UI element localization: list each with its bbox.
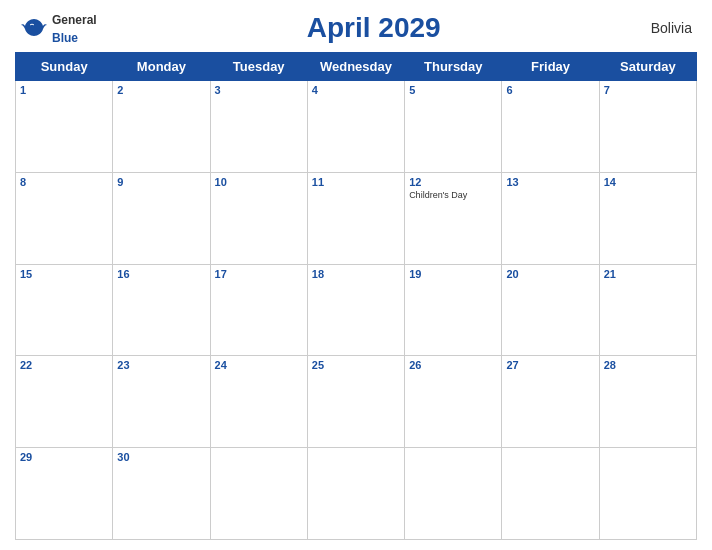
- calendar-cell: [599, 448, 696, 540]
- page-title: April 2029: [307, 12, 441, 44]
- calendar-cell: [307, 448, 404, 540]
- page-header: General Blue April 2029 Bolivia: [15, 10, 697, 46]
- weekday-header-sunday: Sunday: [16, 53, 113, 81]
- day-number: 9: [117, 176, 205, 188]
- calendar-week-5: 2930: [16, 448, 697, 540]
- day-number: 28: [604, 359, 692, 371]
- day-number: 1: [20, 84, 108, 96]
- calendar-cell: 16: [113, 264, 210, 356]
- calendar-cell: 4: [307, 81, 404, 173]
- day-number: 22: [20, 359, 108, 371]
- calendar-cell: 19: [405, 264, 502, 356]
- calendar-cell: 3: [210, 81, 307, 173]
- day-number: 19: [409, 268, 497, 280]
- weekday-header-saturday: Saturday: [599, 53, 696, 81]
- calendar-cell: 14: [599, 172, 696, 264]
- day-number: 30: [117, 451, 205, 463]
- calendar-cell: 20: [502, 264, 599, 356]
- weekday-header-wednesday: Wednesday: [307, 53, 404, 81]
- day-number: 12: [409, 176, 497, 188]
- logo: General Blue: [20, 10, 97, 46]
- calendar-cell: 21: [599, 264, 696, 356]
- day-number: 25: [312, 359, 400, 371]
- calendar-cell: 5: [405, 81, 502, 173]
- day-number: 20: [506, 268, 594, 280]
- day-number: 17: [215, 268, 303, 280]
- logo-icon: [20, 17, 48, 39]
- calendar-cell: [502, 448, 599, 540]
- calendar-cell: 2: [113, 81, 210, 173]
- day-number: 2: [117, 84, 205, 96]
- calendar-cell: 26: [405, 356, 502, 448]
- calendar-cell: 18: [307, 264, 404, 356]
- day-number: 10: [215, 176, 303, 188]
- day-number: 29: [20, 451, 108, 463]
- calendar-cell: 13: [502, 172, 599, 264]
- weekday-header-tuesday: Tuesday: [210, 53, 307, 81]
- weekday-header-row: SundayMondayTuesdayWednesdayThursdayFrid…: [16, 53, 697, 81]
- calendar-cell: 27: [502, 356, 599, 448]
- calendar-cell: 1: [16, 81, 113, 173]
- weekday-header-friday: Friday: [502, 53, 599, 81]
- logo-text: General Blue: [52, 10, 97, 46]
- day-number: 7: [604, 84, 692, 96]
- calendar-cell: 15: [16, 264, 113, 356]
- day-number: 26: [409, 359, 497, 371]
- calendar-week-2: 89101112Children's Day1314: [16, 172, 697, 264]
- calendar-cell: 30: [113, 448, 210, 540]
- logo-general: General: [52, 13, 97, 27]
- day-number: 11: [312, 176, 400, 188]
- day-number: 15: [20, 268, 108, 280]
- calendar-cell: [405, 448, 502, 540]
- weekday-header-thursday: Thursday: [405, 53, 502, 81]
- logo-blue: Blue: [52, 31, 78, 45]
- day-number: 4: [312, 84, 400, 96]
- calendar-cell: 7: [599, 81, 696, 173]
- calendar-cell: 17: [210, 264, 307, 356]
- holiday-label: Children's Day: [409, 190, 497, 201]
- day-number: 23: [117, 359, 205, 371]
- calendar-cell: 29: [16, 448, 113, 540]
- day-number: 8: [20, 176, 108, 188]
- day-number: 24: [215, 359, 303, 371]
- day-number: 18: [312, 268, 400, 280]
- day-number: 13: [506, 176, 594, 188]
- calendar-cell: [210, 448, 307, 540]
- calendar-cell: 22: [16, 356, 113, 448]
- calendar-cell: 25: [307, 356, 404, 448]
- calendar-week-3: 15161718192021: [16, 264, 697, 356]
- calendar-week-1: 1234567: [16, 81, 697, 173]
- calendar-week-4: 22232425262728: [16, 356, 697, 448]
- calendar-table: SundayMondayTuesdayWednesdayThursdayFrid…: [15, 52, 697, 540]
- day-number: 14: [604, 176, 692, 188]
- day-number: 6: [506, 84, 594, 96]
- calendar-cell: 6: [502, 81, 599, 173]
- calendar-cell: 9: [113, 172, 210, 264]
- country-label: Bolivia: [651, 20, 692, 36]
- weekday-header-monday: Monday: [113, 53, 210, 81]
- calendar-cell: 28: [599, 356, 696, 448]
- day-number: 27: [506, 359, 594, 371]
- calendar-cell: 23: [113, 356, 210, 448]
- day-number: 16: [117, 268, 205, 280]
- day-number: 21: [604, 268, 692, 280]
- calendar-cell: 12Children's Day: [405, 172, 502, 264]
- calendar-cell: 11: [307, 172, 404, 264]
- calendar-cell: 10: [210, 172, 307, 264]
- calendar-cell: 8: [16, 172, 113, 264]
- calendar-cell: 24: [210, 356, 307, 448]
- day-number: 5: [409, 84, 497, 96]
- day-number: 3: [215, 84, 303, 96]
